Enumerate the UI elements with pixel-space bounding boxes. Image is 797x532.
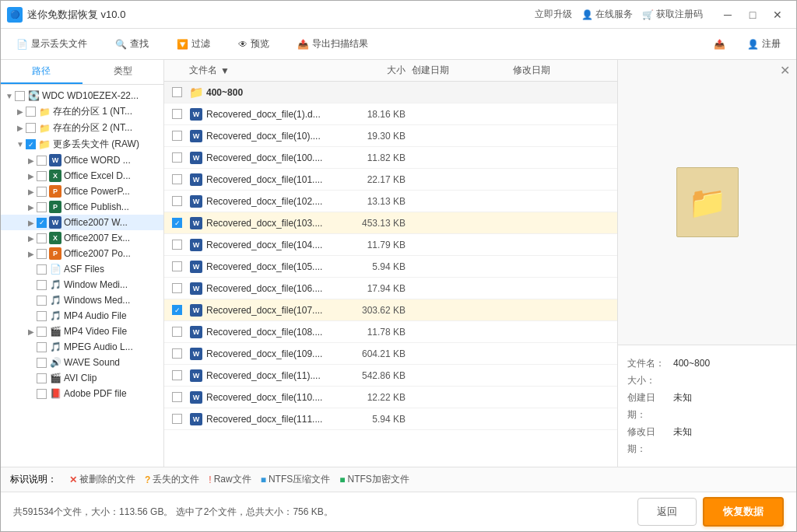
expand-icon[interactable]: ▶ bbox=[26, 155, 37, 166]
file-checkbox[interactable] bbox=[167, 261, 189, 271]
export-btn[interactable]: 📤 导出扫描结果 bbox=[291, 34, 374, 54]
maximize-btn[interactable]: □ bbox=[740, 2, 765, 27]
file-checkbox[interactable] bbox=[167, 414, 189, 424]
tree-item[interactable]: 🎵 Windows Med... bbox=[1, 292, 163, 308]
file-checkbox[interactable]: ✓ bbox=[167, 305, 189, 315]
table-row-checked[interactable]: ✓ W Recovered_docx_file(107.... 303.62 K… bbox=[164, 299, 617, 321]
tree-item[interactable]: 🎬 AVI Clip bbox=[1, 370, 163, 386]
expand-icon[interactable] bbox=[26, 310, 37, 321]
expand-icon[interactable]: ▶ bbox=[15, 123, 26, 134]
tree-item[interactable]: ▶ P Office PowerP... bbox=[1, 184, 163, 199]
table-row[interactable]: W Recovered_docx_file(105.... 5.94 KB bbox=[164, 256, 617, 278]
minimize-btn[interactable]: ─ bbox=[715, 2, 740, 27]
tree-checkbox[interactable] bbox=[37, 342, 47, 352]
expand-icon[interactable] bbox=[26, 357, 37, 368]
tree-item[interactable]: ▶ 📁 存在的分区 1 (NT... bbox=[1, 103, 163, 120]
tree-item[interactable]: 📄 ASF Files bbox=[1, 261, 163, 277]
tree-item[interactable]: ▶ 📁 存在的分区 2 (NT... bbox=[1, 120, 163, 136]
tree-checkbox[interactable] bbox=[37, 202, 47, 212]
col-size[interactable]: 大小 bbox=[342, 64, 412, 77]
expand-icon[interactable] bbox=[26, 341, 37, 352]
table-row[interactable]: W Recovered_docx_file(110.... 12.22 KB bbox=[164, 387, 617, 408]
tree-checkbox[interactable] bbox=[26, 123, 36, 133]
file-rows[interactable]: 📁 400~800 W Recovered_docx_file(1).d... … bbox=[164, 82, 617, 467]
file-checkbox[interactable] bbox=[167, 240, 189, 250]
tree-checkbox-checked[interactable]: ✓ bbox=[26, 139, 36, 149]
tree-item[interactable]: 📕 Adobe PDF file bbox=[1, 386, 163, 401]
tree-item[interactable]: ▶ X Office Excel D... bbox=[1, 168, 163, 184]
tree-item-selected[interactable]: ▶ ✓ W Office2007 W... bbox=[1, 215, 163, 230]
tree-item[interactable]: ▶ W Office WORD ... bbox=[1, 152, 163, 168]
tree-item[interactable]: 🎵 MP4 Audio File bbox=[1, 308, 163, 324]
col-name[interactable]: 文件名 ▼ bbox=[189, 64, 342, 77]
back-button[interactable]: 返回 bbox=[637, 498, 697, 526]
expand-icon[interactable]: ▶ bbox=[26, 326, 37, 337]
file-checkbox[interactable] bbox=[167, 109, 189, 119]
file-checkbox[interactable] bbox=[167, 392, 189, 402]
table-row[interactable]: W Recovered_docx_file(11).... 542.86 KB bbox=[164, 365, 617, 387]
expand-icon[interactable]: ▼ bbox=[15, 139, 26, 150]
table-row[interactable]: W Recovered_docx_file(111.... 5.94 KB bbox=[164, 408, 617, 430]
expand-icon[interactable]: ▶ bbox=[26, 201, 37, 212]
recover-button[interactable]: 恢复数据 bbox=[703, 497, 784, 527]
expand-icon[interactable]: ▶ bbox=[26, 217, 37, 228]
tree-item[interactable]: ▼ ✓ 📁 更多丢失文件 (RAW) bbox=[1, 136, 163, 152]
table-row[interactable]: W Recovered_docx_file(1).d... 18.16 KB bbox=[164, 103, 617, 125]
tree-checkbox[interactable] bbox=[37, 280, 47, 290]
tree-item[interactable]: 🔊 WAVE Sound bbox=[1, 355, 163, 370]
file-checkbox[interactable] bbox=[167, 131, 189, 141]
table-row[interactable]: W Recovered_docx_file(10).... 19.30 KB bbox=[164, 125, 617, 147]
tree-checkbox-checked[interactable]: ✓ bbox=[37, 218, 47, 228]
file-checkbox[interactable] bbox=[167, 283, 189, 293]
tree-checkbox[interactable] bbox=[26, 107, 36, 117]
tree-item[interactable]: ▶ P Office Publish... bbox=[1, 199, 163, 215]
expand-icon[interactable]: ▶ bbox=[26, 233, 37, 243]
file-checkbox[interactable] bbox=[167, 87, 189, 97]
tree-checkbox[interactable] bbox=[37, 327, 47, 337]
tree-checkbox[interactable] bbox=[37, 296, 47, 306]
expand-icon[interactable]: ▼ bbox=[4, 90, 15, 101]
file-checkbox[interactable] bbox=[167, 152, 189, 163]
table-row[interactable]: W Recovered_docx_file(108.... 11.78 KB bbox=[164, 321, 617, 343]
expand-icon[interactable]: ▶ bbox=[26, 248, 37, 259]
close-btn[interactable]: ✕ bbox=[765, 2, 790, 27]
col-created[interactable]: 创建日期 bbox=[412, 64, 513, 77]
tree-area[interactable]: ▼ 💽 WDC WD10EZEX-22... ▶ 📁 存在的分区 1 (NT..… bbox=[1, 85, 163, 467]
col-modified[interactable]: 修改日期 bbox=[513, 64, 614, 77]
register-btn[interactable]: 🛒 获取注册码 bbox=[642, 8, 703, 21]
tree-checkbox[interactable] bbox=[37, 264, 47, 275]
tree-checkbox[interactable] bbox=[37, 187, 47, 197]
file-checkbox[interactable]: ✓ bbox=[167, 218, 189, 228]
table-row[interactable]: 📁 400~800 bbox=[164, 82, 617, 103]
login-btn[interactable]: 👤 注册 bbox=[741, 34, 787, 54]
tree-item[interactable]: ▶ P Office2007 Po... bbox=[1, 246, 163, 261]
file-checkbox[interactable] bbox=[167, 174, 189, 184]
find-btn[interactable]: 🔍 查找 bbox=[109, 34, 155, 54]
tree-item[interactable]: ▶ 🎬 MP4 Video File bbox=[1, 324, 163, 339]
tree-checkbox[interactable] bbox=[37, 358, 47, 368]
tree-item[interactable]: 🎵 MPEG Audio L... bbox=[1, 339, 163, 355]
expand-icon[interactable] bbox=[26, 264, 37, 275]
preview-btn[interactable]: 👁 预览 bbox=[232, 34, 276, 54]
tab-type[interactable]: 类型 bbox=[83, 60, 164, 84]
expand-icon[interactable] bbox=[26, 388, 37, 399]
file-checkbox[interactable] bbox=[167, 370, 189, 380]
tab-path[interactable]: 路径 bbox=[1, 60, 83, 84]
tree-checkbox[interactable] bbox=[37, 373, 47, 383]
show-lost-btn[interactable]: 📄 显示丢失文件 bbox=[10, 34, 93, 54]
tree-checkbox[interactable] bbox=[37, 156, 47, 166]
expand-icon[interactable]: ▶ bbox=[26, 170, 37, 181]
expand-icon[interactable] bbox=[26, 295, 37, 306]
table-row-checked[interactable]: ✓ W Recovered_docx_file(103.... 453.13 K… bbox=[164, 212, 617, 234]
tree-item[interactable]: ▶ X Office2007 Ex... bbox=[1, 230, 163, 246]
tree-checkbox[interactable] bbox=[37, 311, 47, 321]
expand-icon[interactable]: ▶ bbox=[26, 186, 37, 197]
close-preview-btn[interactable]: ✕ bbox=[780, 63, 790, 78]
file-checkbox[interactable] bbox=[167, 327, 189, 337]
table-row[interactable]: W Recovered_docx_file(109.... 604.21 KB bbox=[164, 343, 617, 365]
tree-item[interactable]: 🎵 Window Medi... bbox=[1, 277, 163, 292]
tree-checkbox[interactable] bbox=[37, 389, 47, 399]
table-row[interactable]: W Recovered_docx_file(102.... 13.13 KB bbox=[164, 191, 617, 212]
online-service-btn[interactable]: 👤 在线服务 bbox=[581, 8, 633, 21]
tree-item[interactable]: ▼ 💽 WDC WD10EZEX-22... bbox=[1, 88, 163, 103]
